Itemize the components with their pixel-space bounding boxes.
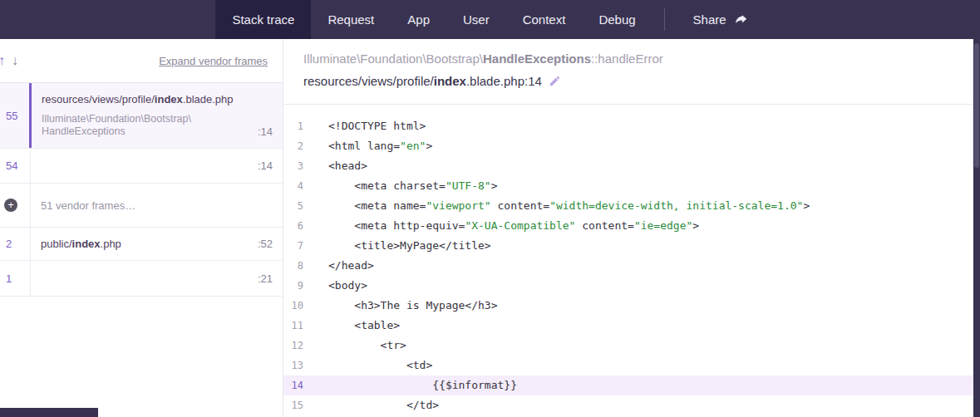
sidebar-header: ↑ ↓ Expand vendor frames (0, 39, 283, 83)
line-number: 5 (283, 196, 303, 216)
frame-index: 1 (0, 261, 31, 296)
frame-line-number: :21 (258, 272, 273, 285)
stack-frame-2[interactable]: 2 public/index.php :52 (0, 228, 283, 261)
expand-vendor-frames-link[interactable]: Expand vendor frames (159, 55, 268, 67)
error-page: Stack trace Request App User Context Deb… (0, 0, 980, 417)
vertical-scrollbar[interactable] (973, 0, 980, 417)
code-text: <body> (303, 276, 367, 296)
frame-index: 54 (0, 149, 31, 183)
code-line: 7 <title>MyPage</title> (283, 236, 980, 256)
code-text: </head> (303, 256, 374, 276)
line-number: 9 (283, 276, 303, 296)
sidebar-scrollbar-thumb[interactable] (0, 408, 98, 417)
code-text: <meta name="viewport" content="width=dev… (303, 196, 810, 216)
frame-index: 55 (0, 83, 32, 148)
code-pane: Illuminate\Foundation\Bootstrap\HandleEx… (283, 39, 980, 417)
code-line: 10 <h3>The is Mypage</h3> (283, 296, 980, 316)
stack-frame-55[interactable]: 55 resources/views/profile/index.blade.p… (0, 83, 283, 149)
code-line: 4 <meta charset="UTF-8"> (283, 176, 980, 196)
tab-request[interactable]: Request (311, 0, 391, 39)
tab-app[interactable]: App (391, 0, 446, 39)
edit-file-icon[interactable] (549, 75, 561, 87)
code-text: <!DOCTYPE html> (303, 116, 426, 136)
line-number: 6 (283, 216, 303, 236)
code-text: </td> (303, 395, 439, 415)
frame-file-label: resources/views/profile/index.blade.php:… (303, 74, 542, 88)
code-line: 3<head> (283, 156, 980, 176)
line-number: 3 (283, 156, 303, 176)
frame-line-number: :14 (258, 125, 273, 138)
tab-bar: Stack trace Request App User Context Deb… (215, 0, 764, 39)
line-number: 4 (283, 176, 303, 196)
code-line: 9<body> (283, 276, 980, 296)
code-line: 11 <table> (283, 316, 980, 336)
line-number: 2 (283, 136, 303, 156)
share-icon (734, 12, 748, 27)
code-line: 5 <meta name="viewport" content="width=d… (283, 196, 980, 216)
sort-up-icon[interactable]: ↑ (0, 52, 7, 70)
code-line: 8</head> (283, 256, 980, 276)
code-lines: 1<!DOCTYPE html>2<html lang="en">3<head>… (283, 105, 980, 415)
line-number: 1 (283, 116, 303, 136)
frame-file-path: resources/views/profile/index.blade.php (42, 93, 273, 105)
tab-user[interactable]: User (446, 0, 506, 39)
frame-line-number: :52 (258, 238, 273, 250)
sort-arrows: ↑ ↓ (0, 52, 21, 70)
code-line: 6 <meta http-equiv="X-UA-Compatible" con… (283, 216, 980, 236)
line-number: 11 (283, 316, 303, 336)
line-number: 14 (283, 375, 303, 395)
topbar: Stack trace Request App User Context Deb… (0, 0, 980, 39)
line-number: 8 (283, 256, 303, 276)
code-line: 13 <td> (283, 356, 980, 375)
code-line: 14 {{$informat}} (283, 375, 980, 395)
code-line: 12 <tr> (283, 336, 980, 356)
code-text: <td> (303, 356, 432, 375)
vendor-frames-row[interactable]: + 51 vendor frames… (0, 184, 283, 228)
code-text: <html lang="en"> (303, 136, 432, 156)
frame-class-method: Illuminate\Foundation\Bootstrap\HandleEx… (303, 52, 960, 66)
tab-stack-trace[interactable]: Stack trace (215, 0, 311, 39)
code-line: 15 </td> (283, 395, 980, 415)
vendor-frames-label: 51 vendor frames… (31, 184, 283, 227)
line-number: 7 (283, 236, 303, 256)
frame-class: Illuminate\Foundation\Bootstrap\HandleEx… (42, 113, 191, 138)
expand-plus-icon[interactable]: + (4, 199, 17, 212)
code-text: <head> (303, 156, 367, 176)
line-number: 10 (283, 296, 303, 316)
code-text: <meta http-equiv="X-UA-Compatible" conte… (303, 216, 699, 236)
code-text: <title>MyPage</title> (303, 236, 491, 256)
code-line: 1<!DOCTYPE html> (283, 116, 980, 136)
share-label: Share (693, 0, 726, 39)
vertical-scrollbar-thumb[interactable] (974, 43, 979, 168)
frame-index: 2 (0, 228, 31, 260)
stack-frames-sidebar: ↑ ↓ Expand vendor frames 55 resources/vi… (0, 39, 283, 417)
tab-debug[interactable]: Debug (582, 0, 652, 39)
sort-down-icon[interactable]: ↓ (9, 52, 21, 70)
topbar-divider (664, 8, 665, 31)
code-text: <meta charset="UTF-8"> (303, 176, 498, 196)
code-text: {{$informat}} (303, 375, 517, 395)
code-text: <h3>The is Mypage</h3> (303, 296, 498, 316)
line-number: 15 (283, 395, 303, 415)
share-button[interactable]: Share (677, 0, 765, 39)
stack-frame-1[interactable]: 1 :21 (0, 261, 283, 297)
code-text: <tr> (303, 336, 406, 356)
frame-file-path: public/index.php (41, 238, 121, 250)
content-area: ↑ ↓ Expand vendor frames 55 resources/vi… (0, 39, 980, 417)
code-line: 2<html lang="en"> (283, 136, 980, 156)
stack-frame-54[interactable]: 54 :14 (0, 149, 283, 184)
line-number: 12 (283, 336, 303, 356)
line-number: 13 (283, 356, 303, 375)
frame-line-number: :14 (258, 159, 273, 172)
code-text: <table> (303, 316, 400, 336)
tab-context[interactable]: Context (506, 0, 583, 39)
frame-header: Illuminate\Foundation\Bootstrap\HandleEx… (283, 39, 980, 105)
